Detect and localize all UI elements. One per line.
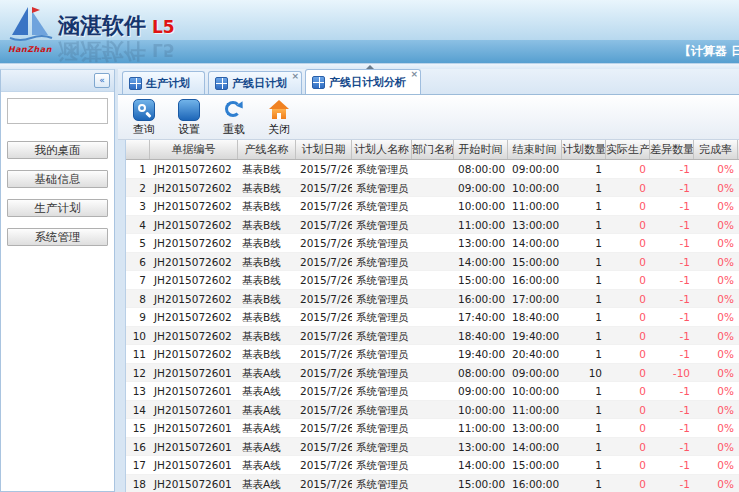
table-cell[interactable]: 2015/7/26: [296, 419, 352, 437]
table-cell[interactable]: 13:00:00: [454, 234, 508, 252]
table-cell[interactable]: 11:00:00: [508, 401, 562, 419]
table-cell[interactable]: [412, 179, 454, 197]
table-cell[interactable]: 0%: [694, 438, 738, 456]
table-cell[interactable]: [412, 290, 454, 308]
table-cell[interactable]: 基表A线: [238, 438, 296, 456]
table-cell[interactable]: 0: [606, 419, 650, 437]
table-cell[interactable]: 10: [562, 364, 606, 382]
table-cell[interactable]: 2015/7/26: [296, 216, 352, 234]
table-cell[interactable]: 12: [126, 364, 150, 382]
table-cell[interactable]: 18:40:00: [454, 327, 508, 345]
table-cell[interactable]: 0%: [694, 253, 738, 271]
table-cell[interactable]: -1: [650, 179, 694, 197]
table-cell[interactable]: 16: [126, 438, 150, 456]
table-cell[interactable]: 1: [126, 160, 150, 178]
table-cell[interactable]: 2015/7/26: [296, 308, 352, 326]
table-cell[interactable]: 系统管理员: [352, 419, 412, 437]
table-cell[interactable]: 0: [606, 290, 650, 308]
table-cell[interactable]: 0%: [694, 271, 738, 289]
column-header-单据编号[interactable]: 单据编号: [150, 140, 238, 159]
table-cell[interactable]: [412, 419, 454, 437]
table-cell[interactable]: 13:00:00: [508, 419, 562, 437]
table-cell[interactable]: JH2015072601: [150, 438, 238, 456]
table-cell[interactable]: 1: [562, 456, 606, 474]
table-cell[interactable]: 1: [562, 401, 606, 419]
table-cell[interactable]: 基表A线: [238, 382, 296, 400]
table-cell[interactable]: [412, 271, 454, 289]
table-cell[interactable]: 系统管理员: [352, 271, 412, 289]
table-cell[interactable]: 0: [606, 271, 650, 289]
table-row[interactable]: 15JH2015072601基表A线2015/7/26系统管理员11:00:00…: [126, 419, 739, 438]
table-cell[interactable]: 1: [562, 327, 606, 345]
table-cell[interactable]: 14:00:00: [454, 253, 508, 271]
table-cell[interactable]: 6: [126, 253, 150, 271]
table-cell[interactable]: -1: [650, 308, 694, 326]
table-cell[interactable]: 18:40:00: [508, 308, 562, 326]
table-row[interactable]: 16JH2015072601基表A线2015/7/26系统管理员13:00:00…: [126, 438, 739, 457]
close-button[interactable]: 关闭: [261, 99, 297, 137]
table-cell[interactable]: 11:00:00: [454, 216, 508, 234]
table-cell[interactable]: 0: [606, 364, 650, 382]
table-cell[interactable]: 16:00:00: [508, 475, 562, 492]
table-cell[interactable]: [412, 234, 454, 252]
table-cell[interactable]: 0: [606, 216, 650, 234]
table-cell[interactable]: 2015/7/26: [296, 327, 352, 345]
table-cell[interactable]: JH2015072602: [150, 308, 238, 326]
table-row[interactable]: 1JH2015072602基表B线2015/7/26系统管理员08:00:000…: [126, 160, 739, 179]
table-cell[interactable]: 13:00:00: [454, 438, 508, 456]
table-cell[interactable]: 08:00:00: [454, 160, 508, 178]
table-cell[interactable]: 1: [562, 308, 606, 326]
table-cell[interactable]: 0%: [694, 419, 738, 437]
table-cell[interactable]: [412, 308, 454, 326]
table-cell[interactable]: 15:00:00: [508, 456, 562, 474]
table-cell[interactable]: 基表B线: [238, 345, 296, 363]
table-cell[interactable]: [412, 197, 454, 215]
table-cell[interactable]: JH2015072601: [150, 475, 238, 492]
table-cell[interactable]: 0: [606, 475, 650, 492]
table-cell[interactable]: 基表A线: [238, 475, 296, 492]
table-cell[interactable]: -1: [650, 234, 694, 252]
table-cell[interactable]: 2015/7/26: [296, 475, 352, 492]
table-cell[interactable]: 19:40:00: [454, 345, 508, 363]
table-cell[interactable]: 系统管理员: [352, 160, 412, 178]
table-cell[interactable]: 基表A线: [238, 401, 296, 419]
table-cell[interactable]: 11:00:00: [508, 197, 562, 215]
table-cell[interactable]: 10:00:00: [508, 382, 562, 400]
table-cell[interactable]: 19:40:00: [508, 327, 562, 345]
table-cell[interactable]: 10: [126, 327, 150, 345]
table-cell[interactable]: 0%: [694, 197, 738, 215]
table-cell[interactable]: 系统管理员: [352, 382, 412, 400]
table-cell[interactable]: 基表A线: [238, 456, 296, 474]
table-cell[interactable]: 2015/7/26: [296, 253, 352, 271]
table-cell[interactable]: 0: [606, 179, 650, 197]
table-row[interactable]: 7JH2015072602基表B线2015/7/26系统管理员15:00:001…: [126, 271, 739, 290]
table-cell[interactable]: [412, 327, 454, 345]
settings-button[interactable]: 设置: [171, 99, 207, 137]
table-cell[interactable]: 1: [562, 216, 606, 234]
table-row[interactable]: 3JH2015072602基表B线2015/7/26系统管理员10:00:001…: [126, 197, 739, 216]
table-cell[interactable]: [412, 456, 454, 474]
table-cell[interactable]: 15: [126, 419, 150, 437]
table-cell[interactable]: -1: [650, 160, 694, 178]
table-cell[interactable]: 基表B线: [238, 253, 296, 271]
table-cell[interactable]: 7: [126, 271, 150, 289]
table-cell[interactable]: 16:00:00: [508, 271, 562, 289]
table-cell[interactable]: -1: [650, 271, 694, 289]
tab-close-icon[interactable]: ×: [410, 70, 418, 79]
table-cell[interactable]: 2015/7/26: [296, 382, 352, 400]
table-cell[interactable]: 0%: [694, 327, 738, 345]
table-cell[interactable]: [412, 160, 454, 178]
table-cell[interactable]: 2015/7/26: [296, 271, 352, 289]
table-cell[interactable]: 17:00:00: [508, 290, 562, 308]
table-cell[interactable]: 1: [562, 179, 606, 197]
table-cell[interactable]: 3: [126, 197, 150, 215]
table-cell[interactable]: 09:00:00: [454, 382, 508, 400]
tab-production-plan[interactable]: 生产计划: [122, 71, 205, 94]
table-cell[interactable]: 5: [126, 234, 150, 252]
table-cell[interactable]: 基表B线: [238, 271, 296, 289]
table-cell[interactable]: 1: [562, 419, 606, 437]
table-cell[interactable]: 9: [126, 308, 150, 326]
table-cell[interactable]: 8: [126, 290, 150, 308]
table-cell[interactable]: 0%: [694, 382, 738, 400]
table-cell[interactable]: [412, 382, 454, 400]
